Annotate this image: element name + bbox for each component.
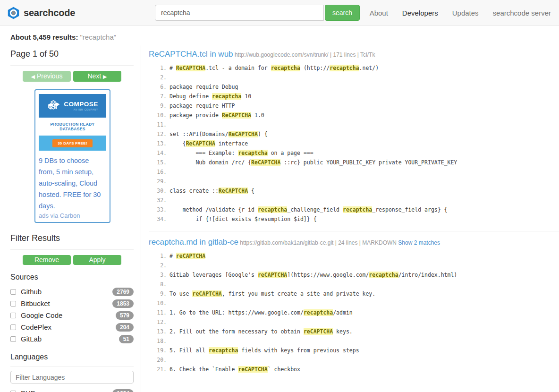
code-line: 8. — [149, 280, 559, 289]
main-nav: AboutDevelopersUpdatessearchcode server — [370, 9, 552, 17]
code-line: 33. method /validate {r id recaptcha_cha… — [149, 205, 559, 214]
search-button[interactable]: search — [325, 5, 360, 21]
search-match-highlight: ReCAPTCHA — [186, 140, 215, 147]
language-count-badge: 1694 — [112, 389, 134, 392]
ad-attribution-link[interactable]: ads via Carbon — [39, 212, 106, 219]
search-form: search — [155, 5, 360, 21]
search-match-highlight: ReCAPTCHA — [176, 65, 205, 71]
sources-list: Github2769Bitbucket1853Google Code579Cod… — [10, 286, 134, 345]
search-match-highlight: recaptcha — [238, 150, 267, 156]
result-item: recaptcha.md in gitlab-ce https://gitlab… — [149, 231, 559, 374]
search-match-highlight: recaptcha — [343, 206, 372, 213]
code-line: 11.1. Go to the URL: https://www.google.… — [149, 308, 559, 317]
nav-link-developers[interactable]: Developers — [402, 9, 438, 17]
carbon-ad[interactable]: COMPOSE AN IBM COMPANY PRODUCTION READY … — [34, 89, 110, 223]
line-text: To use reCAPTCHA, first you must create … — [169, 289, 375, 298]
code-line: 11. — [149, 120, 559, 129]
result-meta: http://wub.googlecode.com/svn/trunk/ | 1… — [233, 51, 375, 58]
chevron-right-icon: ▶ — [103, 74, 107, 79]
language-checkbox[interactable] — [10, 391, 16, 392]
line-text: class create ::ReCAPTCHA { — [169, 186, 254, 196]
previous-button[interactable]: ◀ Previous — [23, 71, 71, 82]
logo[interactable]: searchcode — [7, 7, 155, 19]
line-text: 1. Go to the URL: https://www.google.com… — [169, 308, 353, 317]
source-checkbox[interactable] — [10, 313, 16, 318]
line-number: 16. — [149, 167, 167, 177]
ad-tagline: PRODUCTION READY DATABASES — [39, 122, 106, 131]
result-header: recaptcha.md in gitlab-ce https://gitlab… — [149, 238, 559, 247]
line-text: package require Debug — [169, 82, 238, 92]
line-number: 8. — [149, 280, 167, 289]
source-checkbox[interactable] — [10, 336, 16, 342]
code-line: 10. — [149, 298, 559, 308]
search-match-highlight: recaptcha — [212, 93, 241, 100]
result-title-link[interactable]: recaptcha.md in gitlab-ce — [149, 238, 238, 247]
show-matches-link[interactable]: Show 2 matches — [397, 239, 440, 246]
apply-filter-button[interactable]: Apply — [73, 255, 121, 265]
line-number: 1. — [149, 251, 167, 261]
filter-languages-input[interactable] — [10, 371, 134, 383]
page-content: About 5,459 results: "recaptcha" Page 1 … — [0, 33, 559, 392]
source-label: Bitbucket — [21, 299, 112, 307]
search-match-highlight: reCAPTCHA — [192, 290, 221, 297]
logo-text: searchcode — [24, 8, 75, 18]
ad-description[interactable]: 9 DBs to choose from, 5 min setup, auto-… — [39, 155, 106, 212]
line-text: if {![dict exists $resumption $id]} { — [169, 214, 317, 224]
ad-brand-subtitle: AN IBM COMPANY — [74, 108, 98, 111]
search-match-highlight: reCAPTCHA — [258, 272, 287, 278]
code-line: 13. {ReCAPTCHA interface — [149, 139, 559, 148]
filter-results-title: Filter Results — [10, 233, 134, 250]
line-number: 20. — [149, 355, 167, 365]
nav-link-searchcode-server[interactable]: searchcode server — [493, 9, 551, 17]
search-match-highlight: recaptcha — [209, 347, 238, 354]
source-checkbox[interactable] — [10, 301, 16, 307]
code-line: 34. if {![dict exists $resumption $id]} … — [149, 214, 559, 224]
search-match-highlight: reCAPTCHA — [176, 253, 205, 259]
result-header: ReCAPTCHA.tcl in wub http://wub.googleco… — [149, 50, 559, 59]
code-line: 12. — [149, 317, 559, 327]
code-snippet[interactable]: 1.# reCAPTCHA2.3.GitLab leverages [Googl… — [149, 251, 559, 374]
ad-cta-button[interactable]: 30 DAYS FREE! — [52, 139, 93, 147]
code-snippet[interactable]: 1.# ReCAPTCHA.tcl - a domain for recaptc… — [149, 63, 559, 224]
line-number: 9. — [149, 101, 167, 111]
search-match-highlight: recaptcha — [330, 65, 359, 71]
result-title-link[interactable]: ReCAPTCHA.tcl in wub — [149, 50, 233, 59]
source-checkbox[interactable] — [10, 289, 16, 295]
source-row: CodePlex204 — [10, 321, 134, 333]
line-number: 29. — [149, 177, 167, 186]
ad-cta-bar: 30 DAYS FREE! — [39, 136, 106, 151]
filter-buttons: Remove Apply — [23, 255, 134, 265]
search-match-highlight: recaptcha — [304, 309, 333, 316]
line-text: # ReCAPTCHA.tcl - a domain for recaptcha… — [169, 63, 379, 73]
nav-link-updates[interactable]: Updates — [452, 9, 479, 17]
line-text: method /validate {r id recaptcha_challen… — [169, 205, 448, 214]
line-number: 10. — [149, 111, 167, 120]
line-text: 2. Fill out the form necessary to obtain… — [169, 327, 353, 336]
line-text: 5. Fill all recaptcha fields with keys f… — [169, 346, 359, 355]
search-input[interactable] — [155, 5, 324, 21]
code-line: 16. — [149, 167, 559, 177]
next-button[interactable]: Next ▶ — [73, 71, 121, 82]
source-checkbox[interactable] — [10, 324, 16, 330]
result-meta: https://gitlab.com/bak1an/gitlab-ce.git … — [238, 239, 397, 246]
search-match-highlight: ReCAPTCHA — [219, 187, 248, 194]
line-number: 33. — [149, 205, 167, 214]
ad-banner[interactable]: COMPOSE AN IBM COMPANY — [39, 94, 106, 118]
code-line: 10.package provide ReCAPTCHA 1.0 — [149, 111, 559, 120]
sidebar: Page 1 of 50 ◀ Previous Next ▶ — [10, 45, 134, 392]
search-match-highlight: recaptcha — [369, 272, 398, 278]
line-number: 32. — [149, 196, 167, 205]
code-line: 2. — [149, 73, 559, 82]
search-match-highlight: ReCAPTCHA — [251, 159, 280, 166]
line-text: set ::API(Domains/ReCAPTCHA) { — [169, 129, 268, 139]
source-count-badge: 579 — [116, 311, 134, 320]
languages-title: Languages — [10, 353, 134, 367]
code-line: 9.package require HTTP — [149, 101, 559, 111]
line-number: 12. — [149, 317, 167, 327]
nav-link-about[interactable]: About — [370, 9, 388, 17]
line-number: 2. — [149, 261, 167, 270]
results-count: About 5,459 results: — [10, 33, 78, 41]
remove-filter-button[interactable]: Remove — [23, 255, 71, 265]
languages-list: PHP1694HTML1035Python711Java378 — [10, 387, 134, 392]
pagination-controls: ◀ Previous Next ▶ — [23, 71, 134, 82]
